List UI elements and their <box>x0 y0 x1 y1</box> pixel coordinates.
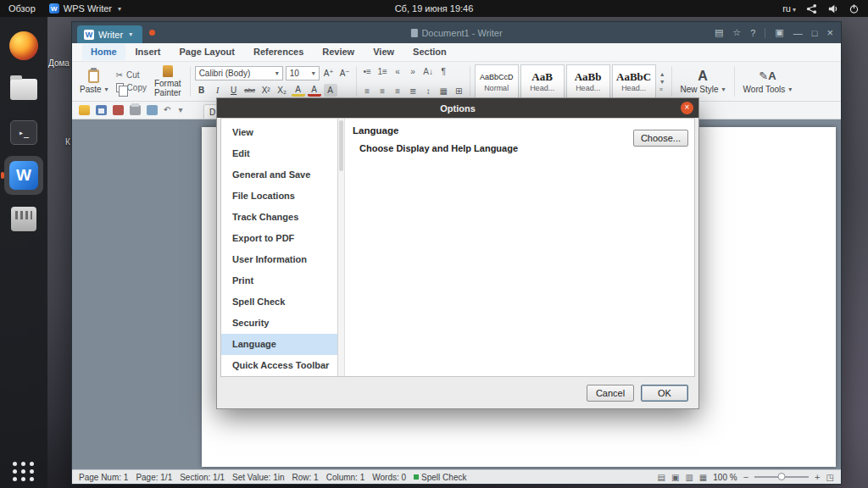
tab-review[interactable]: Review <box>314 44 363 60</box>
premium-star-icon[interactable]: ☆ <box>732 27 741 38</box>
view-mode-4-icon[interactable]: ▦ <box>699 473 707 482</box>
tab-insert[interactable]: Insert <box>127 44 170 60</box>
style-heading3[interactable]: AaBbC Head... <box>612 64 656 98</box>
clock[interactable]: Сб, 19 июня 19:46 <box>395 3 474 14</box>
print-icon[interactable] <box>130 105 141 115</box>
font-name-select[interactable]: Calibri (Body)▾ <box>195 66 283 80</box>
close-window-button[interactable]: × <box>826 26 833 39</box>
align-center-button[interactable]: ≡ <box>376 86 389 97</box>
style-normal[interactable]: AaBbCcD Normal <box>475 64 519 98</box>
view-mode-1-icon[interactable]: ▤ <box>658 473 665 482</box>
bold-button[interactable]: B <box>195 84 209 97</box>
decrease-indent-button[interactable]: « <box>392 66 404 77</box>
category-security[interactable]: Security <box>221 313 337 334</box>
pin-window-icon[interactable]: ▣ <box>775 27 783 38</box>
zoom-level[interactable]: 100 % <box>713 473 737 482</box>
category-view[interactable]: View <box>221 122 337 143</box>
category-user-information[interactable]: User Information <box>221 249 337 270</box>
zoom-out-button[interactable]: − <box>743 472 748 482</box>
dock-item-wps-writer[interactable]: W <box>4 156 43 195</box>
desktop-icon-label-home[interactable]: Дома <box>48 58 70 68</box>
document-tab[interactable]: W Writer ▾ <box>77 25 142 43</box>
style-heading1[interactable]: AaB Head... <box>520 64 565 98</box>
open-folder-icon[interactable] <box>79 105 90 115</box>
zoom-slider[interactable] <box>754 476 809 478</box>
tab-section[interactable]: Section <box>404 44 455 60</box>
word-tools-button[interactable]: ✎A Word Tools▾ <box>739 64 797 99</box>
spell-check-status[interactable]: Spell Check <box>414 473 466 482</box>
tab-view[interactable]: View <box>364 44 403 60</box>
view-mode-3-icon[interactable]: ▥ <box>685 473 693 482</box>
font-size-select[interactable]: 10▾ <box>286 66 320 80</box>
category-list-scrollbar[interactable] <box>338 119 345 376</box>
desktop-icon-label-second[interactable]: К <box>65 137 70 147</box>
category-spell-check[interactable]: Spell Check <box>221 291 337 313</box>
align-right-button[interactable]: ≡ <box>392 86 404 97</box>
font-color-button[interactable]: A <box>308 84 321 97</box>
underline-button[interactable]: U <box>227 84 241 97</box>
new-tab-indicator[interactable] <box>149 30 155 36</box>
tab-page-layout[interactable]: Page Layout <box>171 44 243 60</box>
category-print[interactable]: Print <box>221 270 337 291</box>
strikethrough-button[interactable]: abc <box>243 84 257 97</box>
help-icon[interactable]: ? <box>750 28 755 38</box>
volume-icon[interactable] <box>827 3 838 14</box>
options-dialog-titlebar[interactable]: Options × <box>217 98 698 118</box>
options-dialog-close-button[interactable]: × <box>681 102 693 114</box>
fit-screen-icon[interactable]: ◳ <box>826 473 834 482</box>
category-file-locations[interactable]: File Locations <box>221 186 337 207</box>
chevron-down-icon[interactable]: ▾ <box>178 105 182 115</box>
sort-button[interactable]: A↓ <box>422 66 435 77</box>
network-icon[interactable] <box>806 3 817 14</box>
zoom-in-button[interactable]: + <box>815 472 820 482</box>
tab-home[interactable]: Home <box>82 44 125 60</box>
character-shading-button[interactable]: A <box>324 84 337 97</box>
grow-font-button[interactable]: A⁺ <box>322 67 336 80</box>
numbering-button[interactable]: 1≡ <box>376 66 389 77</box>
gallery-more-icon[interactable]: ≡ <box>659 86 665 92</box>
activities-button[interactable]: Обзор <box>8 3 36 14</box>
keyboard-layout-indicator[interactable]: ru▾ <box>782 3 796 14</box>
view-mode-2-icon[interactable]: ▣ <box>671 473 679 482</box>
category-quick-access-toolbar[interactable]: Quick Access Toolbar <box>221 355 337 376</box>
align-left-button[interactable]: ≡ <box>361 86 374 97</box>
format-painter-button[interactable]: FormatPainter <box>150 64 186 98</box>
dock-item-terminal[interactable]: ▸_ <box>4 113 43 152</box>
tab-references[interactable]: References <box>245 44 312 60</box>
shrink-font-button[interactable]: A⁻ <box>338 67 352 80</box>
show-marks-button[interactable]: ¶ <box>437 66 450 77</box>
minimize-button[interactable]: — <box>793 28 803 38</box>
zoom-slider-handle[interactable] <box>778 473 786 480</box>
borders-button[interactable]: ⊞ <box>453 86 465 97</box>
highlight-color-button[interactable]: A <box>292 84 305 97</box>
category-general-and-save[interactable]: General and Save <box>221 164 337 186</box>
export-pdf-icon[interactable] <box>113 105 124 115</box>
category-language[interactable]: Language <box>221 334 337 355</box>
maximize-button[interactable]: □ <box>812 28 818 38</box>
print-preview-icon[interactable] <box>147 105 158 115</box>
dock-item-firefox[interactable] <box>4 26 43 65</box>
cancel-button[interactable]: Cancel <box>587 385 634 402</box>
gallery-up-icon[interactable]: ▲ <box>659 71 665 77</box>
italic-button[interactable]: I <box>211 84 225 97</box>
choose-language-button[interactable]: Choose... <box>633 130 688 147</box>
subscript-button[interactable]: X₂ <box>275 84 289 97</box>
dock-item-files[interactable] <box>4 69 43 108</box>
shading-button[interactable]: ▦ <box>437 86 450 97</box>
increase-indent-button[interactable]: » <box>407 66 420 77</box>
line-spacing-button[interactable]: ↕ <box>422 86 435 97</box>
ok-button[interactable]: OK <box>641 385 688 402</box>
style-heading2[interactable]: AaBb Head... <box>566 64 610 98</box>
dock-item-storage[interactable] <box>4 199 43 238</box>
save-icon[interactable] <box>96 105 107 115</box>
docs-center-icon[interactable]: ▤ <box>715 27 723 38</box>
copy-button[interactable]: Copy <box>116 83 147 92</box>
cut-button[interactable]: ✂ Cut <box>116 70 147 80</box>
category-edit[interactable]: Edit <box>221 143 337 164</box>
gallery-down-icon[interactable]: ▼ <box>659 79 665 85</box>
new-style-button[interactable]: A New Style▾ <box>676 64 730 99</box>
app-menu[interactable]: W WPS Writer ▾ <box>49 3 121 14</box>
undo-icon[interactable]: ↶ <box>164 105 170 115</box>
paste-button[interactable]: Paste▾ <box>75 69 113 95</box>
power-icon[interactable] <box>849 3 860 14</box>
